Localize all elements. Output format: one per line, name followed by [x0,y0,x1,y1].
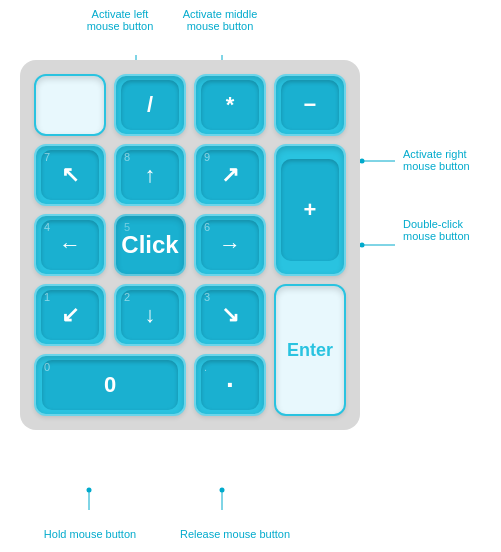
key-subtract[interactable]: − [274,74,346,136]
key-up[interactable]: 8 ↑ [114,144,186,206]
key-home[interactable]: 7 ↖ [34,144,106,206]
annotation-hold-mouse: Hold mouse button [30,528,150,540]
key-pgup[interactable]: 9 ↗ [194,144,266,206]
svg-point-11 [220,488,225,493]
key-enter[interactable]: Enter [274,284,346,416]
annotation-right-mouse: Activate rightmouse button [403,148,493,172]
annotation-left-mouse: Activate left mouse button [80,8,160,32]
svg-point-7 [360,243,365,248]
key-divide[interactable]: / [114,74,186,136]
svg-point-5 [360,159,365,164]
annotation-release-mouse: Release mouse button [170,528,300,540]
key-empty[interactable] [34,74,106,136]
key-left[interactable]: 4 ← [34,214,106,276]
key-right[interactable]: 6 → [194,214,266,276]
key-pgdn[interactable]: 3 ↘ [194,284,266,346]
annotation-dblclick-mouse: Double-clickmouse button [403,218,493,242]
key-zero[interactable]: 0 0 [34,354,186,416]
key-end[interactable]: 1 ↙ [34,284,106,346]
key-decimal[interactable]: . · [194,354,266,416]
svg-point-9 [87,488,92,493]
annotation-middle-mouse: Activate middle mouse button [176,8,264,32]
keypad: / * − 7 ↖ 8 ↑ 9 ↗ + [20,60,360,430]
key-down[interactable]: 2 ↓ [114,284,186,346]
key-click[interactable]: 5 Click [114,214,186,276]
key-multiply[interactable]: * [194,74,266,136]
key-add[interactable]: + [274,144,346,276]
